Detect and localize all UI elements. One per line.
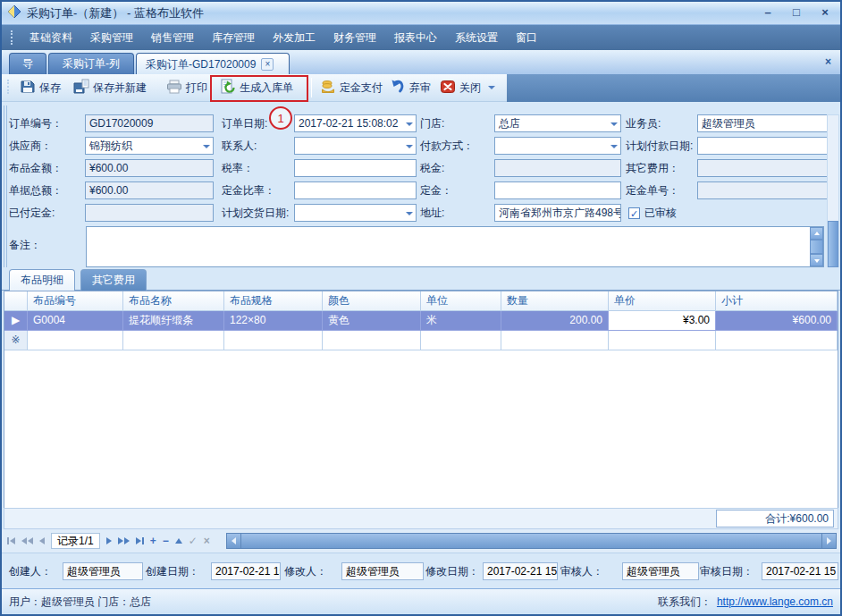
new-cell[interactable] (421, 331, 501, 350)
strip-close-icon[interactable]: × (825, 55, 831, 68)
cell-price-editing[interactable]: ¥3.00 (609, 311, 716, 331)
store-combo[interactable]: 总店 (494, 114, 621, 132)
deposit-input[interactable] (494, 181, 621, 199)
cell-fabric-name[interactable]: 提花顺纡缎条 (123, 311, 224, 331)
cell-fabric-spec[interactable]: 122×80 (224, 311, 323, 331)
tab-order-current-label: 采购订单-GD17020009 (146, 55, 256, 74)
scroll-left-icon[interactable] (227, 534, 241, 548)
menu-purchase[interactable]: 采购管理 (81, 25, 142, 50)
save-and-new-label: 保存并新建 (93, 80, 147, 96)
post-edit-icon[interactable]: ✓ (189, 534, 198, 548)
grid-horizontal-scrollbar[interactable] (226, 533, 837, 549)
doc-total-field: ¥600.00 (85, 181, 214, 199)
fast-rewind-icon[interactable] (21, 537, 33, 544)
remark-textarea[interactable] (86, 226, 824, 267)
col-header-price[interactable]: 单价 (609, 291, 716, 311)
maximize-button[interactable]: □ (788, 5, 804, 20)
salesman-combo[interactable]: 超级管理员 (697, 114, 838, 132)
menu-window[interactable]: 窗口 (507, 25, 546, 50)
col-header-color[interactable]: 颜色 (323, 291, 421, 311)
tab-navigation[interactable]: 导航 (9, 53, 46, 74)
col-header-subtotal[interactable]: 小计 (716, 291, 838, 311)
deposit-rate-input[interactable] (294, 181, 417, 199)
tab-order-list[interactable]: 采购订单-列表 (48, 53, 134, 74)
supplier-label: 供应商： (9, 137, 52, 155)
tab-order-current[interactable]: 采购订单-GD17020009 × (136, 53, 290, 74)
grid-new-row[interactable]: ※ (4, 331, 838, 350)
menu-inventory[interactable]: 库存管理 (203, 25, 264, 50)
form-panel-scrollbar[interactable] (827, 114, 839, 268)
plan-delivery-combo[interactable] (294, 204, 417, 222)
scroll-right-icon[interactable] (821, 534, 836, 548)
new-cell[interactable] (716, 331, 838, 350)
cell-color[interactable]: 黄色 (323, 311, 421, 331)
new-cell[interactable] (123, 331, 224, 350)
scroll-up-icon[interactable] (810, 227, 823, 240)
fast-forward-icon[interactable] (118, 537, 130, 544)
contact-combo[interactable] (294, 137, 417, 155)
menu-outsourcing[interactable]: 外发加工 (264, 25, 324, 50)
save-and-new-button[interactable]: 保存并新建 (70, 76, 150, 99)
menu-reports[interactable]: 报表中心 (385, 25, 446, 50)
menu-sales[interactable]: 销售管理 (142, 25, 203, 50)
address-input[interactable]: 河南省郑州市京广路498号 (494, 204, 621, 222)
col-header-qty[interactable]: 数量 (501, 291, 609, 311)
add-record-icon[interactable]: + (150, 534, 156, 548)
edit-record-icon[interactable] (175, 538, 182, 544)
tax-rate-input[interactable] (294, 159, 417, 177)
website-link[interactable]: http://www.lange.com.cn (717, 595, 833, 608)
cell-unit[interactable]: 米 (421, 311, 501, 331)
new-cell[interactable] (28, 331, 123, 350)
delete-record-icon[interactable]: − (163, 534, 169, 548)
new-cell[interactable] (609, 331, 716, 350)
audited-checkbox[interactable]: ✓ 已审核 (628, 204, 677, 222)
dropdown-arrow-icon[interactable] (610, 122, 618, 126)
save-button[interactable]: 保存 (16, 76, 64, 99)
dropdown-arrow-icon[interactable] (610, 145, 618, 148)
col-header-fabric-no[interactable]: 布品编号 (28, 291, 123, 311)
checkbox-check-icon[interactable]: ✓ (628, 207, 640, 219)
tab-close-icon[interactable]: × (261, 58, 274, 71)
order-date-combo[interactable]: 2017-02-21 15:08:02 (294, 114, 417, 132)
close-dropdown-caret-icon[interactable] (488, 86, 495, 89)
last-record-icon[interactable] (136, 537, 144, 544)
col-header-fabric-name[interactable]: 布品名称 (123, 291, 224, 311)
cell-fabric-no[interactable]: G0004 (28, 311, 123, 331)
unaudit-button[interactable]: 弃审 (386, 76, 434, 99)
menu-basic-data[interactable]: 基础资料 (21, 25, 81, 50)
dropdown-arrow-icon[interactable] (406, 145, 413, 148)
payment-combo[interactable] (494, 137, 621, 155)
form-panel-scrollbar-thumb[interactable] (828, 221, 838, 267)
new-cell[interactable] (224, 331, 323, 350)
close-doc-button[interactable]: 关闭 (436, 76, 499, 99)
deposit-pay-button[interactable]: 定金支付 (316, 76, 386, 99)
tab-other-fees[interactable]: 其它费用 (80, 269, 147, 291)
cancel-edit-icon[interactable]: × (204, 534, 210, 548)
col-header-unit[interactable]: 单位 (421, 291, 501, 311)
next-record-icon[interactable] (106, 537, 112, 544)
scroll-down-icon[interactable] (810, 254, 823, 266)
minimize-button[interactable]: – (760, 5, 776, 20)
prev-record-icon[interactable] (39, 537, 45, 544)
new-cell[interactable] (323, 331, 421, 350)
dropdown-arrow-icon[interactable] (406, 122, 413, 126)
dropdown-arrow-icon[interactable] (406, 212, 413, 215)
scrollbar-thumb[interactable] (810, 240, 823, 254)
tab-fabric-detail[interactable]: 布品明细 (9, 269, 75, 291)
grid-row-selected[interactable]: ▶ G0004 提花顺纡缎条 122×80 黄色 米 200.00 ¥3.00 … (4, 311, 838, 331)
remark-scrollbar[interactable] (810, 227, 823, 266)
print-button[interactable]: 打印 (163, 76, 211, 99)
new-cell[interactable] (501, 331, 609, 350)
first-record-icon[interactable] (7, 537, 15, 544)
cell-qty[interactable]: 200.00 (501, 311, 609, 331)
col-header-fabric-spec[interactable]: 布品规格 (224, 291, 323, 311)
plan-pay-date-combo[interactable] (697, 137, 838, 155)
close-window-button[interactable]: × (817, 5, 833, 20)
grid-header-row: 布品编号 布品名称 布品规格 颜色 单位 数量 单价 小计 (4, 291, 838, 311)
deposit-pay-label: 定金支付 (340, 80, 383, 96)
supplier-combo[interactable]: 锦翔纺织 (85, 137, 214, 155)
menu-finance[interactable]: 财务管理 (324, 25, 385, 50)
menu-settings[interactable]: 系统设置 (446, 25, 507, 50)
cell-subtotal[interactable]: ¥600.00 (716, 311, 838, 331)
dropdown-arrow-icon[interactable] (203, 145, 210, 148)
